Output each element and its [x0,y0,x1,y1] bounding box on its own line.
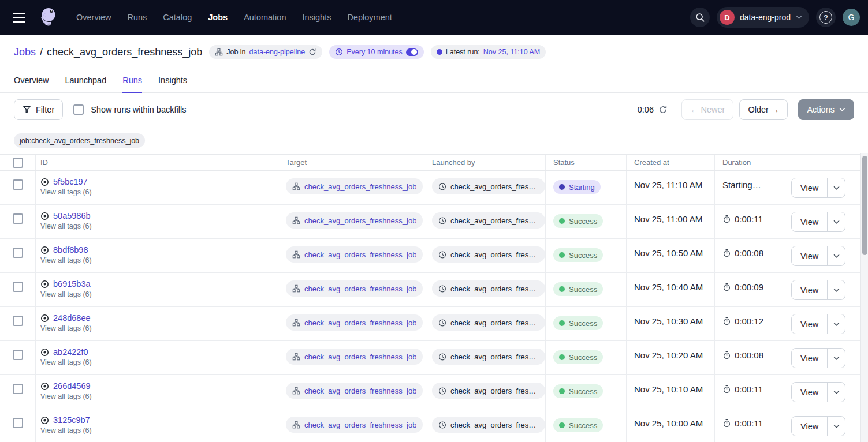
run-id-link[interactable]: 3125c9b7 [53,415,90,425]
view-all-tags-link[interactable]: View all tags (6) [40,222,272,230]
workspace-switcher[interactable]: D data-eng-prod [717,7,809,28]
tab-launchpad[interactable]: Launchpad [65,76,106,92]
select-all-checkbox[interactable] [13,158,23,168]
view-all-tags-link[interactable]: View all tags (6) [40,426,272,434]
view-all-tags-link[interactable]: View all tags (6) [40,324,272,332]
schedule-toggle[interactable] [406,48,418,56]
target-pill[interactable]: check_avg_orders_freshness_job [286,314,423,331]
nav-jobs[interactable]: Jobs [208,13,228,22]
nav-deployment[interactable]: Deployment [347,13,392,22]
run-id-link[interactable]: ab2422f0 [53,347,88,357]
target-pill[interactable]: check_avg_orders_freshness_job [286,246,423,263]
row-checkbox[interactable] [13,282,23,292]
target-pill[interactable]: check_avg_orders_freshness_job [286,417,423,433]
clock-icon [438,250,446,259]
row-checkbox[interactable] [13,179,23,190]
run-id-link[interactable]: 248d68ee [53,313,91,323]
tab-overview[interactable]: Overview [14,76,49,92]
stopwatch-icon [722,351,731,359]
target-pill[interactable]: check_avg_orders_freshness_job [286,212,423,229]
applied-filters: job:check_avg_orders_freshness_job [0,126,868,154]
nav-automation[interactable]: Automation [244,13,286,22]
run-id-link[interactable]: b6915b3a [53,279,91,289]
created-at-value: Nov 25, 10:50 AM [627,239,715,272]
row-checkbox[interactable] [13,384,23,394]
launched-by-pill[interactable]: check_avg_orders_freshn… [432,178,545,194]
runs-table: ID Target Launched by Status Created at … [0,154,860,442]
dagster-logo[interactable] [36,5,60,29]
toolbar-left: Filter Show runs within backfills [14,99,186,120]
backfills-checkbox[interactable] [73,104,84,115]
view-button[interactable]: View [792,417,827,436]
view-button[interactable]: View [792,383,827,402]
run-id-link[interactable]: 5f5bc197 [53,177,88,186]
view-button[interactable]: View [792,212,827,231]
chevron-down-icon [839,107,845,112]
view-all-tags-link[interactable]: View all tags (6) [40,392,272,400]
filter-button[interactable]: Filter [14,99,63,120]
status-dot-icon [559,320,565,326]
view-dropdown-button[interactable] [827,246,845,265]
launched-by-pill[interactable]: check_avg_orders_freshn… [432,280,545,297]
launched-by-pill[interactable]: check_avg_orders_freshn… [432,383,545,399]
refresh-button[interactable] [658,105,668,114]
help-button[interactable]: ? [816,8,836,27]
view-dropdown-button[interactable] [827,383,845,402]
nav-runs[interactable]: Runs [127,13,147,22]
view-dropdown-button[interactable] [827,212,845,231]
launched-by-pill[interactable]: check_avg_orders_freshn… [432,417,545,433]
status-dot-icon [559,354,565,360]
view-dropdown-button[interactable] [827,280,845,299]
view-all-tags-link[interactable]: View all tags (6) [40,256,272,264]
search-button[interactable] [690,8,710,27]
view-all-tags-link[interactable]: View all tags (6) [40,358,272,366]
row-checkbox[interactable] [13,213,23,224]
primary-nav-links: Overview Runs Catalog Jobs Automation In… [76,13,392,22]
view-button[interactable]: View [792,178,827,197]
launched-by-pill[interactable]: check_avg_orders_freshn… [432,212,545,229]
view-button[interactable]: View [792,280,827,299]
latest-run-link[interactable]: Nov 25, 11:10 AM [483,48,540,56]
launched-by-pill[interactable]: check_avg_orders_freshn… [432,246,545,263]
status-label: Success [569,319,597,328]
target-pill[interactable]: check_avg_orders_freshness_job [286,383,423,399]
job-location-link[interactable]: data-eng-pipeline [249,48,306,56]
target-pill[interactable]: check_avg_orders_freshness_job [286,178,423,194]
breadcrumb-jobs-link[interactable]: Jobs [14,46,36,58]
row-checkbox[interactable] [13,316,23,326]
user-avatar[interactable]: G [843,9,860,26]
view-button[interactable]: View [792,314,827,334]
tab-runs[interactable]: Runs [122,76,142,92]
older-button[interactable]: Older → [739,99,788,120]
tab-insights[interactable]: Insights [158,76,187,92]
hamburger-menu-icon[interactable] [10,8,30,27]
scrollbar-thumb[interactable] [862,156,867,255]
reload-icon[interactable] [308,48,316,56]
run-id-link[interactable]: 8bdf8b98 [53,245,88,254]
view-dropdown-button[interactable] [827,349,845,368]
launched-by-pill[interactable]: check_avg_orders_freshn… [432,349,545,365]
view-all-tags-link[interactable]: View all tags (6) [40,290,272,298]
created-at-value: Nov 25, 10:20 AM [627,341,715,374]
view-all-tags-link[interactable]: View all tags (6) [40,188,272,196]
launched-by-pill[interactable]: check_avg_orders_freshn… [432,314,545,331]
stopwatch-icon [722,215,731,223]
view-dropdown-button[interactable] [827,417,845,436]
nav-overview[interactable]: Overview [76,13,111,22]
run-id-link[interactable]: 266d4569 [53,381,91,391]
run-id-link[interactable]: 50a5986b [53,211,91,220]
view-button[interactable]: View [792,349,827,368]
row-checkbox[interactable] [13,418,23,428]
row-checkbox[interactable] [13,350,23,360]
target-pill[interactable]: check_avg_orders_freshness_job [286,280,423,297]
actions-button[interactable]: Actions [798,99,854,120]
row-checkbox[interactable] [13,248,23,258]
target-pill[interactable]: check_avg_orders_freshness_job [286,349,423,365]
view-dropdown-button[interactable] [827,178,845,197]
view-dropdown-button[interactable] [827,314,845,334]
newer-button[interactable]: ← Newer [681,99,733,120]
nav-catalog[interactable]: Catalog [163,13,192,22]
nav-insights[interactable]: Insights [302,13,331,22]
view-button[interactable]: View [792,246,827,265]
job-filter-chip[interactable]: job:check_avg_orders_freshness_job [14,133,145,148]
